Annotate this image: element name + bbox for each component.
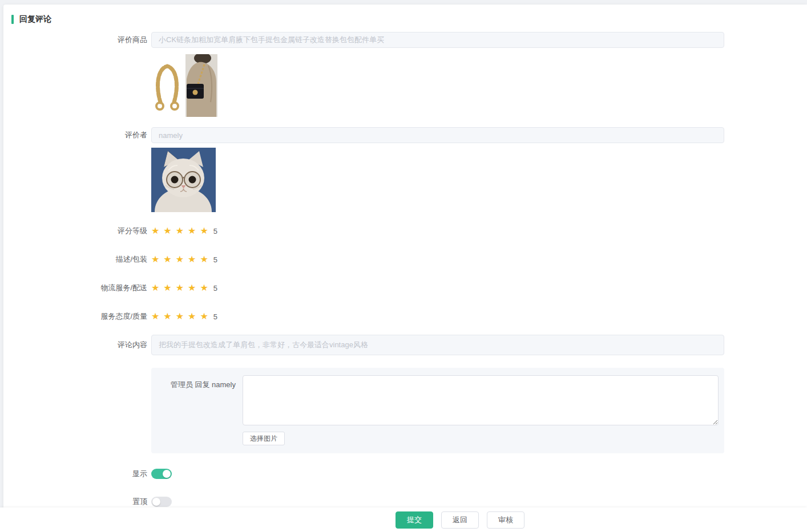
star-icon: ★ [151, 254, 159, 265]
choose-image-button[interactable]: 选择图片 [243, 432, 285, 445]
show-toggle-label: 显示 [3, 469, 147, 479]
show-toggle-row: 显示 [3, 469, 807, 479]
reviewer-label: 评价者 [3, 127, 147, 143]
star-rating: ★★★★★ 5 [151, 282, 217, 294]
page-header: 回复评论 [3, 5, 807, 25]
product-images-row [3, 54, 807, 117]
star-icon: ★ [151, 225, 159, 237]
star-icon: ★ [188, 311, 196, 322]
product-input [151, 32, 724, 48]
star-icon: ★ [151, 282, 159, 294]
rating-row-overall: 评分等级 ★★★★★ 5 [3, 225, 807, 237]
rating-label: 描述/包装 [3, 254, 147, 265]
content-card: 回复评论 评价商品 [3, 5, 807, 507]
star-icon: ★ [188, 282, 196, 294]
star-icon: ★ [176, 254, 184, 265]
rating-score: 5 [213, 227, 217, 235]
rating-row-service: 服务态度/质量 ★★★★★ 5 [3, 311, 807, 322]
rating-row-description: 描述/包装 ★★★★★ 5 [3, 254, 807, 265]
star-rating: ★★★★★ 5 [151, 225, 217, 237]
star-icon: ★ [176, 225, 184, 237]
product-image-bag [185, 54, 217, 117]
star-icon: ★ [188, 225, 196, 237]
rating-score: 5 [213, 284, 217, 293]
footer-action-bar: 提交 返回 审核 [0, 507, 807, 532]
star-icon: ★ [200, 311, 208, 322]
product-row: 评价商品 [3, 32, 807, 48]
star-icon: ★ [200, 254, 208, 265]
star-icon: ★ [163, 282, 171, 294]
audit-button[interactable]: 审核 [487, 511, 524, 529]
reviewer-avatar [151, 148, 216, 212]
rating-label: 服务态度/质量 [3, 311, 147, 322]
toggle-knob [152, 498, 160, 506]
product-image-chain [151, 54, 183, 117]
star-icon: ★ [176, 282, 184, 294]
admin-reply-row: 管理员 回复 namely 选择图片 [3, 368, 807, 453]
title-accent-bar [11, 15, 14, 24]
submit-button[interactable]: 提交 [396, 511, 433, 529]
comment-content: 把我的手提包改造成了单肩包，非常好，古今最适合vintage风格 [151, 335, 724, 355]
rating-score: 5 [213, 255, 217, 264]
admin-reply-label: 管理员 回复 namely [151, 375, 243, 390]
reply-comment-form: 评价商品 [3, 32, 807, 507]
star-icon: ★ [176, 311, 184, 322]
comment-label: 评论内容 [3, 335, 147, 355]
star-rating: ★★★★★ 5 [151, 254, 217, 265]
pin-toggle[interactable] [151, 497, 172, 507]
star-icon: ★ [163, 225, 171, 237]
rating-row-logistics: 物流服务/配送 ★★★★★ 5 [3, 282, 807, 294]
product-label: 评价商品 [3, 32, 147, 48]
star-icon: ★ [163, 254, 171, 265]
show-toggle[interactable] [151, 469, 172, 479]
rating-score: 5 [213, 312, 217, 321]
star-rating: ★★★★★ 5 [151, 311, 217, 322]
pin-toggle-row: 置顶 [3, 497, 807, 507]
admin-reply-textarea[interactable] [243, 375, 719, 425]
reviewer-row: 评价者 [3, 127, 807, 143]
star-icon: ★ [163, 311, 171, 322]
avatar-row [3, 148, 807, 212]
star-icon: ★ [151, 311, 159, 322]
page-title: 回复评论 [19, 14, 51, 25]
star-icon: ★ [200, 282, 208, 294]
comment-row: 评论内容 把我的手提包改造成了单肩包，非常好，古今最适合vintage风格 [3, 335, 807, 355]
pin-toggle-label: 置顶 [3, 497, 147, 507]
star-icon: ★ [200, 225, 208, 237]
rating-label: 评分等级 [3, 225, 147, 237]
rating-label: 物流服务/配送 [3, 282, 147, 294]
reviewer-input [151, 127, 724, 143]
toggle-knob [163, 470, 171, 478]
admin-reply-panel: 管理员 回复 namely 选择图片 [151, 368, 724, 453]
back-button[interactable]: 返回 [441, 511, 479, 529]
star-icon: ★ [188, 254, 196, 265]
